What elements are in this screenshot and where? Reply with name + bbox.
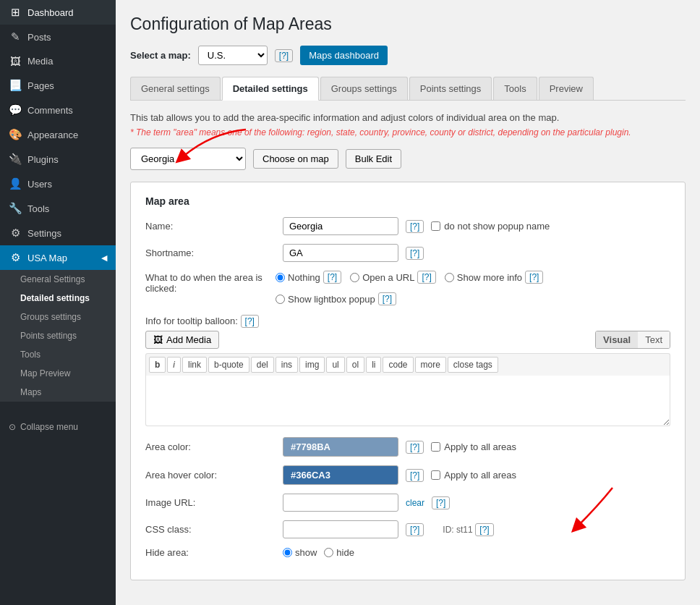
posts-icon: ✎ [9, 30, 22, 43]
css-class-row: CSS class: [?] ID: st11 [?] [145, 520, 670, 538]
sidebar-item-media[interactable]: 🖼 Media [0, 49, 116, 73]
sidebar-item-posts[interactable]: ✎ Posts [0, 25, 116, 49]
fmt-bold[interactable]: b [149, 357, 166, 373]
sidebar-item-plugins[interactable]: 🔌 Plugins [0, 147, 116, 172]
css-class-input[interactable] [283, 520, 398, 538]
area-hover-input[interactable] [283, 465, 398, 485]
image-url-help[interactable]: [?] [432, 496, 450, 509]
radio-lightbox[interactable]: Show lightbox popup [?] [276, 292, 396, 305]
main-content: Configuration of Map Areas Select a map:… [116, 0, 700, 605]
apply-all-areas-2[interactable]: Apply to all areas [431, 470, 516, 481]
tab-preview[interactable]: Preview [539, 77, 594, 100]
area-select-row: Georgia Alabama Alaska Arizona Arkansas … [130, 148, 686, 170]
radio-open-url[interactable]: Open a URL [?] [350, 271, 436, 284]
sidebar-sub-detailed-settings[interactable]: Detailed settings [0, 289, 116, 308]
sidebar-item-dashboard[interactable]: ⊞ Dashboard [0, 0, 116, 25]
sidebar-sub-points-settings[interactable]: Points settings [0, 326, 116, 345]
fmt-bquote[interactable]: b-quote [208, 357, 249, 373]
fmt-more[interactable]: more [415, 357, 446, 373]
sidebar-item-usa-map[interactable]: ⚙ USA Map ◀ [0, 245, 116, 270]
sidebar-sub-groups-settings[interactable]: Groups settings [0, 308, 116, 326]
no-popup-checkbox[interactable] [431, 221, 440, 231]
radio-show-more-info[interactable]: Show more info [?] [445, 271, 544, 284]
tab-detailed-settings[interactable]: Detailed settings [222, 77, 319, 101]
tab-general-settings[interactable]: General settings [130, 77, 221, 100]
fmt-ins[interactable]: ins [276, 357, 298, 373]
tab-points-settings[interactable]: Points settings [409, 77, 492, 100]
area-select-dropdown[interactable]: Georgia Alabama Alaska Arizona Arkansas … [130, 148, 246, 170]
sidebar-sub-general-settings[interactable]: General Settings [0, 270, 116, 289]
clear-link[interactable]: clear [406, 498, 424, 508]
apply-all-areas-1[interactable]: Apply to all areas [431, 441, 516, 452]
apply-all-checkbox-1[interactable] [431, 442, 440, 452]
map-select-dropdown[interactable]: U.S. World Europe [198, 46, 268, 65]
sidebar: ⊞ Dashboard ✎ Posts 🖼 Media 📃 Pages 💬 Co… [0, 0, 116, 605]
apply-all-checkbox-2[interactable] [431, 470, 440, 480]
text-button[interactable]: Text [638, 331, 670, 348]
area-hover-help[interactable]: [?] [406, 469, 424, 482]
plugins-icon: 🔌 [9, 153, 22, 166]
sidebar-item-appearance[interactable]: 🎨 Appearance [0, 122, 116, 147]
fmt-ol[interactable]: ol [346, 357, 364, 373]
css-class-help[interactable]: [?] [406, 523, 424, 536]
id-help[interactable]: [?] [475, 523, 493, 536]
shortname-input[interactable] [283, 244, 398, 262]
fmt-link[interactable]: link [182, 357, 207, 373]
name-help[interactable]: [?] [406, 220, 424, 233]
settings-icon: ⚙ [9, 227, 22, 240]
map-select-row: Select a map: U.S. World Europe [?] Maps… [130, 46, 686, 65]
id-text: ID: st11 [443, 525, 472, 535]
sidebar-sub-map-preview[interactable]: Map Preview [0, 364, 116, 383]
tab-tools[interactable]: Tools [493, 77, 537, 100]
lightbox-help[interactable]: [?] [378, 292, 396, 305]
info-text: This tab allows you to add the area-spec… [130, 112, 686, 123]
fmt-img[interactable]: img [299, 357, 325, 373]
media-toolbar: 🖼 Add Media Visual Text [145, 331, 670, 349]
image-url-input[interactable] [283, 494, 398, 512]
sidebar-sub-tools[interactable]: Tools [0, 345, 116, 364]
tooltip-textarea[interactable] [145, 376, 670, 426]
tools-icon: 🔧 [9, 202, 22, 215]
map-select-help[interactable]: [?] [275, 49, 293, 62]
show-more-help[interactable]: [?] [525, 271, 543, 284]
bulk-edit-button[interactable]: Bulk Edit [346, 149, 401, 169]
tab-groups-settings[interactable]: Groups settings [320, 77, 408, 100]
radio-nothing[interactable]: Nothing [?] [276, 271, 341, 284]
fmt-ul[interactable]: ul [326, 357, 344, 373]
pages-icon: 📃 [9, 79, 22, 92]
sidebar-submenu: General Settings Detailed settings Group… [0, 270, 116, 402]
nothing-help[interactable]: [?] [323, 271, 341, 284]
area-color-help[interactable]: [?] [406, 441, 424, 454]
fmt-italic[interactable]: i [167, 357, 181, 373]
fmt-del[interactable]: del [251, 357, 274, 373]
open-url-help[interactable]: [?] [417, 271, 435, 284]
fmt-code[interactable]: code [383, 357, 413, 373]
sidebar-item-comments[interactable]: 💬 Comments [0, 98, 116, 122]
maps-dashboard-button[interactable]: Maps dashboard [300, 46, 388, 65]
click-label: What to do when the area is clicked: [145, 271, 276, 294]
no-popup-label[interactable]: do not show popup name [431, 221, 550, 232]
tooltip-help[interactable]: [?] [241, 315, 259, 328]
sidebar-item-users[interactable]: 👤 Users [0, 172, 116, 196]
radio-hide[interactable]: hide [324, 547, 354, 558]
comments-icon: 💬 [9, 103, 22, 117]
sidebar-item-settings[interactable]: ⚙ Settings [0, 221, 116, 245]
area-color-label: Area color: [145, 441, 276, 452]
fmt-close-tags[interactable]: close tags [448, 357, 498, 373]
name-input[interactable] [283, 217, 398, 235]
sidebar-item-pages[interactable]: 📃 Pages [0, 73, 116, 98]
sidebar-item-tools[interactable]: 🔧 Tools [0, 196, 116, 221]
choose-on-map-button[interactable]: Choose on map [253, 149, 338, 169]
area-hover-label: Area hover color: [145, 470, 276, 481]
fmt-li[interactable]: li [366, 357, 381, 373]
italic-note: * The term "area" means one of the follo… [130, 127, 686, 138]
area-color-input[interactable] [283, 437, 398, 457]
area-hover-color-row: Area hover color: [?] Apply to all areas [145, 465, 670, 485]
map-area-box: Map area Name: [?] do not show popup nam… [130, 182, 686, 580]
shortname-help[interactable]: [?] [406, 247, 424, 260]
add-media-button[interactable]: 🖼 Add Media [145, 331, 219, 349]
collapse-menu-button[interactable]: ⊙ Collapse menu [0, 416, 116, 438]
radio-show[interactable]: show [283, 547, 317, 558]
sidebar-sub-maps[interactable]: Maps [0, 383, 116, 402]
visual-button[interactable]: Visual [596, 331, 638, 348]
